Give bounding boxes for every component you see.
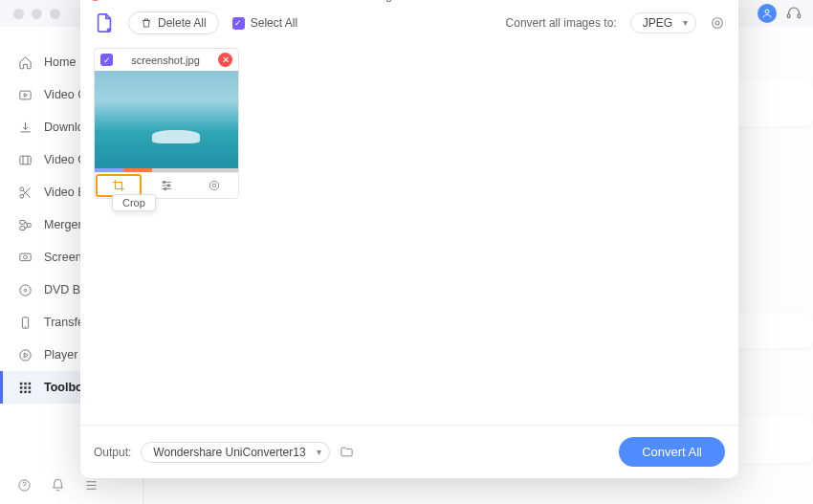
thumbnail-remove-button[interactable]: ✕ [218, 53, 232, 67]
crop-tooltip: Crop [112, 194, 156, 211]
svg-point-11 [23, 255, 27, 259]
image-converter-dialog: Image Converter Delete All ✓ Select All … [80, 0, 738, 478]
add-file-icon[interactable] [94, 12, 115, 33]
svg-rect-24 [28, 390, 31, 393]
svg-rect-22 [19, 390, 22, 393]
svg-rect-26 [713, 18, 723, 29]
svg-rect-20 [24, 386, 27, 389]
convert-all-button[interactable]: Convert All [619, 437, 725, 467]
menu-icon[interactable] [84, 478, 99, 493]
thumbnail-preview[interactable] [95, 71, 238, 172]
svg-rect-2 [798, 14, 801, 18]
svg-rect-19 [19, 386, 22, 389]
settings-icon[interactable] [710, 15, 725, 31]
image-thumbnail-card: ✓ screenshot.jpg ✕ Crop [94, 48, 239, 199]
sidebar-item-label: Merger [44, 218, 82, 231]
grid-icon [17, 380, 33, 395]
svg-rect-7 [19, 220, 24, 224]
convert-to-label: Convert all images to: [506, 16, 617, 30]
svg-point-30 [165, 187, 166, 189]
svg-point-32 [212, 184, 216, 187]
disc-icon [17, 282, 33, 297]
svg-point-27 [715, 21, 719, 25]
bell-icon[interactable] [51, 478, 65, 493]
home-icon [17, 55, 33, 70]
svg-rect-8 [19, 226, 24, 230]
trash-icon [141, 17, 152, 29]
svg-rect-18 [28, 382, 31, 384]
svg-point-13 [24, 289, 27, 292]
scissors-icon [17, 185, 33, 200]
svg-rect-21 [28, 386, 31, 389]
user-avatar[interactable] [758, 4, 777, 23]
sidebar-item-label: Home [44, 55, 76, 69]
transfer-icon [17, 315, 33, 330]
svg-rect-16 [19, 382, 22, 384]
svg-rect-4 [19, 156, 30, 164]
svg-point-15 [19, 349, 30, 360]
traffic-light-close[interactable] [13, 9, 24, 19]
download-icon [17, 120, 33, 135]
thumbnail-filename: screenshot.jpg [113, 55, 218, 66]
svg-rect-23 [24, 390, 27, 393]
svg-rect-1 [787, 14, 790, 18]
traffic-light-max[interactable] [50, 9, 60, 19]
svg-rect-9 [27, 223, 31, 227]
open-folder-icon[interactable] [340, 445, 354, 459]
svg-rect-3 [19, 91, 30, 99]
svg-point-12 [19, 284, 30, 295]
svg-point-28 [164, 181, 165, 183]
merge-icon [17, 217, 33, 232]
svg-point-31 [209, 181, 218, 189]
help-icon[interactable] [17, 478, 32, 493]
svg-point-0 [765, 10, 769, 13]
output-path-select[interactable]: Wondershare UniConverter13 [141, 442, 329, 463]
play-icon [17, 347, 33, 362]
svg-rect-10 [19, 253, 30, 261]
video-icon [17, 87, 33, 102]
format-select[interactable]: JPEG [630, 12, 696, 33]
traffic-light-min[interactable] [32, 9, 42, 19]
delete-all-button[interactable]: Delete All [128, 11, 219, 34]
watermark-tool-button[interactable] [190, 173, 238, 198]
headset-icon[interactable] [786, 6, 802, 21]
thumbnail-checkbox[interactable]: ✓ [100, 54, 113, 66]
sidebar-item-label: Player [44, 348, 77, 362]
svg-point-29 [167, 185, 169, 186]
svg-rect-17 [24, 382, 27, 384]
compress-icon [17, 152, 33, 167]
record-icon [17, 250, 33, 265]
output-label: Output: [94, 446, 131, 459]
checkbox-icon: ✓ [232, 17, 245, 30]
select-all-checkbox[interactable]: ✓ Select All [232, 16, 297, 30]
